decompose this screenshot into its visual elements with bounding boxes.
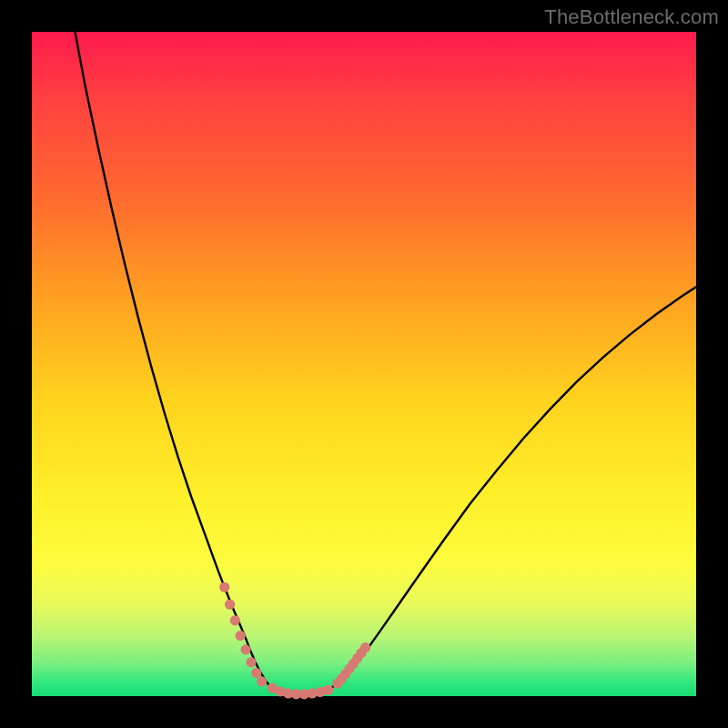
- data-dot: [323, 685, 333, 695]
- outer-frame: TheBottleneck.com: [0, 0, 728, 728]
- data-dot: [246, 657, 256, 667]
- data-dot: [360, 642, 370, 652]
- dot-layer: [219, 582, 370, 700]
- data-dot: [236, 631, 246, 641]
- data-dot: [251, 668, 261, 678]
- data-dot: [240, 644, 250, 654]
- data-dot: [257, 676, 267, 686]
- plot-area: [32, 32, 696, 696]
- watermark-text: TheBottleneck.com: [544, 5, 719, 29]
- data-dot: [230, 615, 240, 625]
- curve-svg: [32, 32, 696, 696]
- data-dot: [219, 582, 229, 592]
- data-dot: [225, 600, 235, 610]
- bottleneck-curve: [75, 32, 696, 694]
